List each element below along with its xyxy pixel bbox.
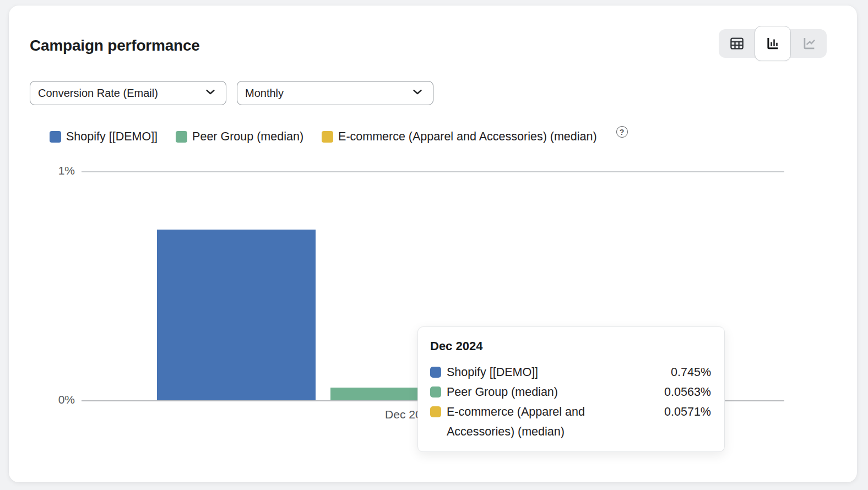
gridline-1pct	[82, 171, 784, 172]
view-toggle-group	[719, 29, 827, 58]
campaign-performance-card: Campaign performance	[9, 6, 857, 482]
tooltip-label: E-commerce (Apparel and Accessories) (me…	[447, 402, 628, 442]
legend-label: Shopify [[DEMO]]	[66, 130, 158, 144]
tooltip-row-shopify: Shopify [[DEMO]] 0.745%	[430, 362, 711, 382]
tooltip-value: 0.0563%	[664, 382, 711, 402]
tooltip-swatch-peer-group	[430, 386, 441, 398]
legend-item-peer-group[interactable]: Peer Group (median)	[176, 130, 303, 144]
tooltip-label: Shopify [[DEMO]]	[447, 362, 628, 382]
help-icon[interactable]: ?	[616, 126, 628, 138]
chevron-down-icon	[204, 85, 217, 101]
legend-item-ecommerce[interactable]: E-commerce (Apparel and Accessories) (me…	[322, 130, 597, 144]
chevron-down-icon	[411, 85, 424, 101]
tooltip-row-peer-group: Peer Group (median) 0.0563%	[430, 382, 711, 402]
bar-chart-view-button[interactable]	[755, 26, 791, 61]
line-chart-view-button[interactable]	[791, 29, 827, 58]
legend-swatch-ecommerce	[322, 131, 333, 143]
tooltip-swatch-ecommerce	[430, 406, 441, 417]
tooltip-row-ecommerce: E-commerce (Apparel and Accessories) (me…	[430, 402, 711, 442]
tooltip-title: Dec 2024	[430, 338, 711, 355]
y-axis-tick-1pct: 1%	[29, 164, 75, 177]
legend-item-shopify[interactable]: Shopify [[DEMO]]	[50, 130, 158, 144]
tooltip-value: 0.0571%	[664, 402, 711, 422]
period-select[interactable]: Monthly	[237, 81, 433, 105]
legend-label: Peer Group (median)	[192, 130, 303, 144]
y-axis-tick-0pct: 0%	[29, 393, 75, 406]
tooltip-value: 0.745%	[671, 362, 711, 382]
metric-select[interactable]: Conversion Rate (Email)	[30, 81, 226, 105]
legend-swatch-shopify	[50, 131, 61, 143]
tooltip-swatch-shopify	[430, 367, 441, 378]
metric-select-value: Conversion Rate (Email)	[38, 87, 158, 100]
period-select-value: Monthly	[245, 87, 284, 100]
bar-chart-icon	[764, 35, 781, 52]
chart-tooltip: Dec 2024 Shopify [[DEMO]] 0.745% Peer Gr…	[417, 326, 725, 452]
tooltip-label: Peer Group (median)	[447, 382, 628, 402]
bar-series-0[interactable]	[157, 230, 316, 400]
legend-swatch-peer-group	[176, 131, 187, 143]
line-chart-icon	[801, 35, 817, 52]
legend-label: E-commerce (Apparel and Accessories) (me…	[338, 130, 597, 144]
chart-legend: Shopify [[DEMO]] Peer Group (median) E-c…	[50, 130, 628, 144]
table-view-button[interactable]	[719, 29, 755, 58]
table-icon	[729, 35, 745, 52]
page-title: Campaign performance	[30, 36, 200, 55]
